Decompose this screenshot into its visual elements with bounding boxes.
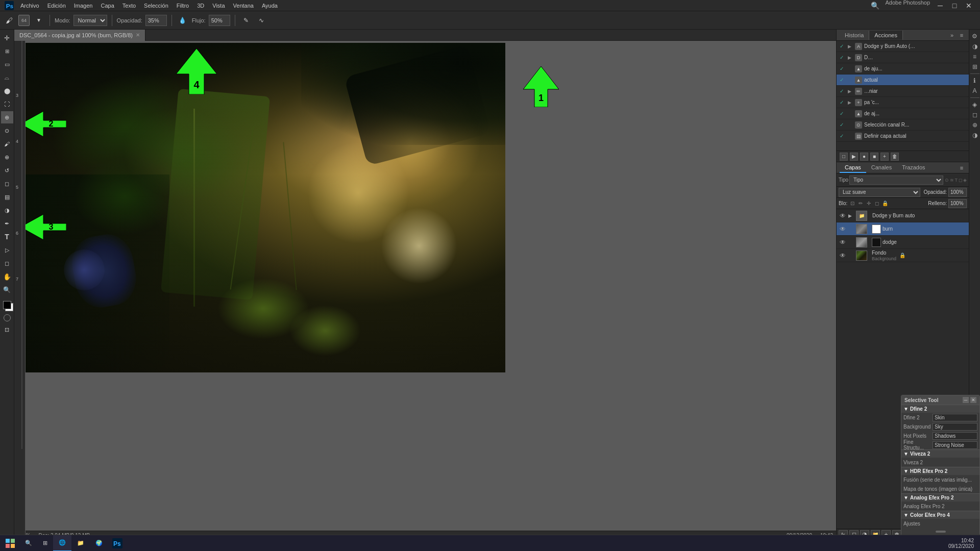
canvas-content[interactable]: 4 2 3 1 (26, 41, 836, 531)
brush-preset-btn[interactable]: ▼ (33, 14, 45, 27)
menu-imagen[interactable]: Imagen (70, 2, 97, 10)
color-swatches[interactable] (1, 299, 13, 311)
close-btn[interactable]: ✕ (963, 0, 975, 12)
stop-btn[interactable]: ■ (870, 153, 878, 161)
scroll-area[interactable] (901, 528, 979, 535)
extra-btn3[interactable]: ⊕ (970, 120, 979, 130)
table-btn[interactable]: ⊞ (970, 62, 979, 71)
airbrush-btn[interactable]: 💧 (177, 14, 189, 27)
mode-select[interactable]: Normal (74, 15, 107, 26)
extra-btn1[interactable]: ◈ (970, 100, 979, 109)
artboard-tool[interactable]: ⊞ (1, 45, 13, 57)
taskbar-ps[interactable]: Ps (108, 535, 127, 552)
selective-panel-minimize[interactable]: ─ (963, 397, 969, 403)
history-item[interactable]: ✓ ▶ ✏ …niar (837, 86, 969, 97)
history-brush-tool[interactable]: ↺ (1, 164, 13, 177)
screen-mode-btn[interactable]: ⊡ (1, 323, 13, 336)
menu-vista[interactable]: Vista (208, 2, 229, 10)
record-btn[interactable]: ● (860, 153, 868, 161)
play-btn[interactable]: ▶ (850, 153, 858, 161)
show-desktop-btn[interactable] (978, 535, 980, 552)
adjustments-btn[interactable]: ◑ (970, 42, 979, 51)
layer-item-fondo[interactable]: 👁 Fondo Background 🔒 (837, 249, 969, 262)
gradient-tool[interactable]: ▤ (1, 191, 13, 203)
history-item[interactable]: ✓ ▶ D D… (837, 52, 969, 63)
layer-item-dodge-burn-auto[interactable]: 👁 ▶ 📁 Dodge y Burn auto (837, 209, 969, 222)
history-item[interactable]: ✓ ▶ + pa 'c... (837, 97, 969, 108)
filter-icon-pixel[interactable]: ⊙ (945, 178, 949, 183)
extra-btn2[interactable]: ◻ (970, 110, 979, 119)
historia-tab[interactable]: Historia (840, 31, 869, 40)
history-item[interactable]: ✓ ▶ A Dodge y Burn Auto (… (837, 41, 969, 52)
libraries-btn[interactable]: ≡ (970, 52, 979, 61)
start-button[interactable] (0, 535, 20, 552)
info-btn[interactable]: ℹ (970, 76, 979, 85)
path-select-tool[interactable]: ▷ (1, 244, 13, 256)
quick-select-tool[interactable]: ⬤ (1, 85, 13, 97)
menu-filtro[interactable]: Filtro (173, 2, 193, 10)
layer-type-filter[interactable]: Tipo (849, 176, 943, 185)
move-tool[interactable]: ✛ (1, 32, 13, 44)
panel-menu-btn[interactable]: ≡ (958, 31, 966, 39)
brush-tool-btn[interactable]: 🖌 (3, 14, 15, 27)
layer-expand-icon[interactable]: ▶ (848, 213, 854, 218)
lock-position-btn[interactable]: ✛ (865, 200, 872, 207)
capas-tab[interactable]: Capas (840, 163, 866, 173)
history-item[interactable]: ✓ ▲ actual (837, 74, 969, 86)
dodge-tool[interactable]: ◑ (1, 204, 13, 216)
delete-action-btn[interactable]: 🗑 (891, 153, 899, 161)
trazados-tab[interactable]: Trazados (897, 163, 930, 173)
filter-icon-adj[interactable]: ≊ (950, 178, 954, 183)
selective-panel-close[interactable]: ✕ (970, 397, 976, 403)
filter-icon-smart[interactable]: ◈ (963, 178, 967, 183)
zoom-tool[interactable]: 🔍 (1, 284, 13, 296)
viveza2-section-title[interactable]: ▼ Viveza 2 (901, 449, 979, 458)
canales-tab[interactable]: Canales (866, 163, 897, 173)
filter-icon-shape[interactable]: ◻ (959, 178, 962, 183)
eyedropper-tool[interactable]: ⊕ (1, 111, 13, 123)
lock-transparent-btn[interactable]: ⊡ (849, 200, 856, 207)
layer-visibility-icon[interactable]: 👁 (839, 239, 847, 246)
lock-all-btn[interactable]: 🔒 (881, 200, 889, 207)
analog-section-title[interactable]: ▼ Analog Efex Pro 2 (901, 493, 979, 502)
taskbar-explorer[interactable]: 📁 (71, 535, 90, 552)
file-tab-close[interactable]: ✕ (136, 32, 140, 38)
task-view-btn[interactable]: ⊞ (37, 535, 53, 552)
char-btn[interactable]: A (970, 86, 979, 95)
history-item[interactable]: ✓ ▤ Definir capa actual (837, 131, 969, 142)
menu-ventana[interactable]: Ventana (229, 2, 258, 10)
new-snapshot-btn[interactable]: □ (840, 153, 848, 161)
new-action-btn[interactable]: + (880, 153, 889, 161)
history-item[interactable]: ✓ ▲ de aju... (837, 63, 969, 74)
lasso-tool[interactable]: ⌓ (1, 71, 13, 84)
taskbar-edge[interactable]: 🌐 (53, 535, 71, 552)
dfine2-section-title[interactable]: ▼ Dfine 2 (901, 405, 979, 413)
blend-mode-select[interactable]: Luz suave (839, 188, 920, 197)
menu-seleccion[interactable]: Selección (140, 2, 173, 10)
properties-btn[interactable]: ⚙ (970, 32, 979, 41)
menu-ayuda[interactable]: Ayuda (258, 2, 282, 10)
pressure-btn[interactable]: ✎ (240, 14, 252, 27)
opacity-value[interactable]: 35% (145, 15, 167, 26)
menu-texto[interactable]: Texto (118, 2, 140, 10)
flow-value[interactable]: 50% (209, 15, 230, 26)
search-btn[interactable]: 🔍 (869, 0, 881, 12)
menu-3d[interactable]: 3D (193, 2, 208, 10)
menu-edicion[interactable]: Edición (43, 2, 70, 10)
file-tab[interactable]: DSC_0564 - copia.jpg al 100% (burn, RGB/… (14, 30, 145, 41)
text-tool[interactable]: T (1, 231, 13, 243)
menu-capa[interactable]: Capa (96, 2, 118, 10)
minimize-btn[interactable]: ─ (934, 0, 946, 12)
hand-tool[interactable]: ✋ (1, 270, 13, 283)
crop-tool[interactable]: ⛶ (1, 98, 13, 110)
layer-visibility-icon[interactable]: 👁 (839, 212, 847, 219)
shape-tool[interactable]: ◻ (1, 257, 13, 269)
taskbar-search[interactable]: 🔍 (20, 535, 37, 552)
smooth-btn[interactable]: ∿ (255, 14, 267, 27)
clone-tool[interactable]: ⊕ (1, 151, 13, 163)
healing-tool[interactable]: ⊙ (1, 124, 13, 137)
lock-artboard-btn[interactable]: ◻ (873, 200, 880, 207)
restore-btn[interactable]: □ (948, 0, 961, 12)
layer-visibility-icon[interactable]: 👁 (839, 226, 847, 233)
history-item[interactable]: ✓ ⊙ Selección canal R... (837, 119, 969, 131)
